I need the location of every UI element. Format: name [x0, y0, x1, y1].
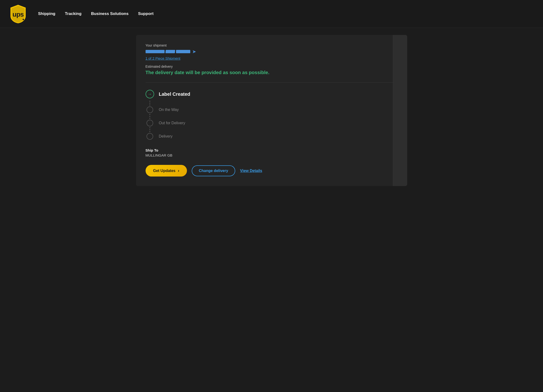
timeline-item-on-the-way: On the Way — [146, 106, 398, 113]
timeline-item-label-created: → Label Created — [146, 90, 398, 98]
ship-to-label: Ship To — [146, 148, 398, 152]
estimated-delivery-label: Estimated delivery — [146, 65, 398, 68]
dot — [149, 116, 150, 117]
inactive-circle-icon-3 — [147, 133, 153, 140]
ship-to-section: Ship To MULLINGAR GB — [146, 148, 398, 157]
ups-logo[interactable]: ups — [10, 4, 27, 23]
timeline-icon-active: → — [146, 90, 154, 98]
main-content: Your shipment ➤ 1 of 2 Piece Shipment Es… — [0, 28, 543, 391]
dot — [149, 129, 150, 130]
arrow-right-icon: → — [148, 92, 152, 97]
change-delivery-button[interactable]: Change delivery — [192, 165, 235, 176]
dots-col-1 — [146, 101, 154, 105]
svg-point-1 — [23, 19, 24, 20]
nav-item-tracking[interactable]: Tracking — [65, 11, 82, 16]
redact-arrow-icon: ➤ — [192, 49, 196, 54]
dot — [149, 127, 150, 128]
timeline-item-out-for-delivery: Out for Delivery — [146, 120, 398, 126]
tracking-number-redacted: ➤ — [146, 49, 398, 54]
nav-item-shipping[interactable]: Shipping — [38, 11, 55, 16]
svg-text:ups: ups — [13, 11, 24, 18]
get-updates-button[interactable]: Get Updates › — [146, 165, 187, 177]
nav-item-support[interactable]: Support — [138, 11, 153, 16]
redact-bar-1 — [146, 50, 164, 53]
timeline-icon-inactive-2 — [146, 120, 154, 126]
right-panel-peek — [393, 35, 407, 186]
chevron-right-icon: › — [178, 168, 179, 173]
dot — [149, 103, 150, 104]
connector-1 — [146, 100, 398, 106]
main-nav: Shipping Tracking Business Solutions Sup… — [38, 11, 154, 16]
redact-bar-2 — [165, 50, 175, 53]
timeline-item-delivery: Delivery — [146, 133, 398, 140]
your-shipment-label: Your shipment — [146, 44, 398, 47]
action-buttons: Get Updates › Change delivery View Detai… — [146, 165, 398, 177]
inactive-circle-icon-2 — [147, 120, 153, 126]
section-divider — [146, 83, 398, 83]
dot — [149, 131, 150, 132]
site-header: ups Shipping Tracking Business Solutions… — [0, 0, 543, 28]
dots-col-3 — [146, 127, 154, 132]
on-the-way-text: On the Way — [159, 108, 179, 112]
out-for-delivery-text: Out for Delivery — [159, 121, 185, 125]
label-created-text: Label Created — [159, 91, 190, 97]
nav-item-business-solutions[interactable]: Business Solutions — [91, 11, 129, 16]
get-updates-label: Get Updates — [153, 169, 175, 173]
dot — [149, 101, 150, 102]
inactive-circle-icon-1 — [147, 106, 153, 113]
redact-bar-3 — [176, 50, 190, 53]
ship-to-value: MULLINGAR GB — [146, 153, 398, 157]
piece-shipment-link[interactable]: 1 of 2 Piece Shipment — [146, 56, 398, 60]
dot — [149, 118, 150, 119]
shipment-card: Your shipment ➤ 1 of 2 Piece Shipment Es… — [136, 35, 407, 186]
delivery-text: Delivery — [159, 134, 173, 138]
dots-col-2 — [146, 114, 154, 119]
dot — [149, 114, 150, 115]
connector-2 — [146, 113, 398, 120]
shipment-timeline: → Label Created On the Way — [146, 90, 398, 140]
connector-3 — [146, 126, 398, 133]
view-details-button[interactable]: View Details — [240, 169, 262, 173]
timeline-icon-inactive-3 — [146, 133, 154, 140]
dot — [149, 105, 150, 105]
active-circle-icon: → — [146, 90, 154, 98]
delivery-message: The delivery date will be provided as so… — [146, 70, 398, 75]
timeline-icon-inactive-1 — [146, 106, 154, 113]
